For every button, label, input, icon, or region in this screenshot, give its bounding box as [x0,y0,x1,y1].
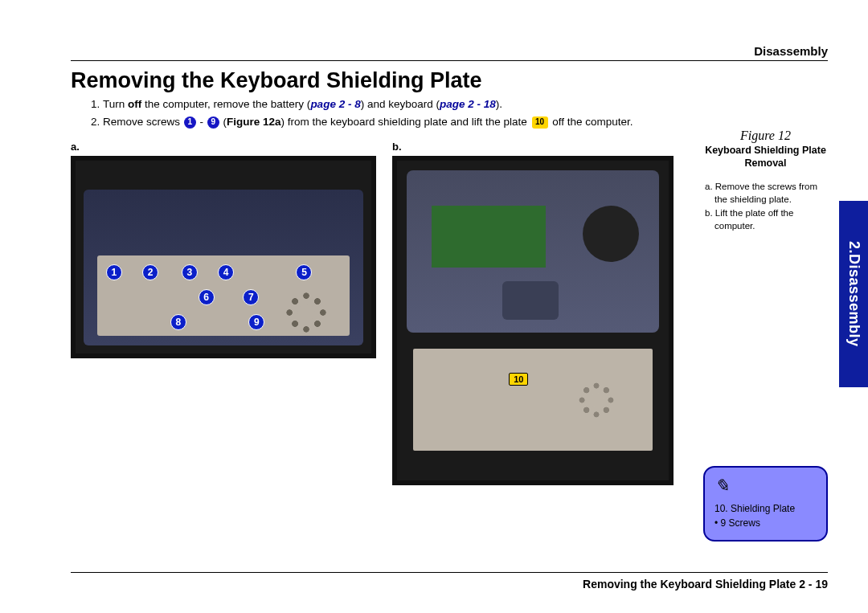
text: - [197,116,207,128]
figure-caption-sidebar: Figure 12 Keyboard Shielding Plate Remov… [703,129,828,234]
callout-10-on-plate: 10 [509,373,528,386]
step-1: Turn off the computer, remove the batter… [103,96,691,112]
header-section: Disassembly [754,44,828,58]
figure-subtitle: Keyboard Shielding Plate Removal [703,145,828,170]
screw-marker-6: 6 [199,289,215,305]
instruction-steps: Turn off the computer, remove the batter… [71,96,691,131]
page-title: Removing the Keyboard Shielding Plate [71,68,482,93]
motherboard-icon [432,206,545,268]
figure-a-photo: 1 2 3 4 5 6 7 8 9 [71,156,376,358]
bold-off: off [128,98,141,110]
note-line-2: • 9 Screws [714,517,817,529]
figure-b-wrap: b. 10 [392,141,674,485]
screw-marker-3: 3 [182,264,198,280]
chapter-tab-label: 2.Disassembly [845,241,862,347]
chapter-tab: 2.Disassembly [839,201,868,387]
vent-grille-icon [574,378,619,423]
note-line-1: 10. Shielding Plate [714,503,817,514]
figure-area: a. 1 2 3 4 5 6 7 8 9 b. [71,141,674,485]
page-ref-keyboard[interactable]: page 2 - 18 [440,98,496,110]
shielding-plate-b: 10 [413,349,653,451]
laptop-body-a: 1 2 3 4 5 6 7 8 9 [84,190,363,345]
side-step-a: a. Remove the screws from the shielding … [705,181,828,206]
text: ) from the keyboard shielding plate and … [281,116,530,128]
note-box: ✎ 10. Shielding Plate • 9 Screws [703,466,828,541]
text: the computer, remove the battery ( [141,98,310,110]
text: Turn [103,98,128,110]
pencil-icon: ✎ [714,476,817,497]
callout-1: 1 [184,116,196,129]
figure-b-photo: 10 [392,156,674,485]
figure-number: Figure 12 [703,129,828,143]
figure-b-label: b. [392,141,674,153]
text: ) and keyboard ( [361,98,440,110]
side-step-b: b. Lift the plate off the computer. [705,207,828,232]
text: ). [496,98,502,110]
rule-top [71,60,828,61]
rule-bottom [71,572,828,573]
callout-9: 9 [207,116,219,129]
figure-ref: Figure 12a [227,116,281,128]
figure-a-label: a. [71,141,376,153]
callout-10: 10 [532,116,548,129]
text: ( [220,116,227,128]
text: Remove screws [103,116,183,128]
speaker-grille-icon [283,289,330,336]
fan-icon [583,206,639,262]
step-2: Remove screws 1 - 9 (Figure 12a) from th… [103,114,691,130]
page-ref-battery[interactable]: page 2 - 8 [310,98,360,110]
figure-side-steps: a. Remove the screws from the shielding … [703,181,828,232]
page-footer: Removing the Keyboard Shielding Plate 2 … [583,578,828,591]
text: off the computer. [550,116,633,128]
laptop-body-b [407,170,659,333]
figure-a-wrap: a. 1 2 3 4 5 6 7 8 9 [71,141,376,485]
touchpad-icon [502,281,559,320]
